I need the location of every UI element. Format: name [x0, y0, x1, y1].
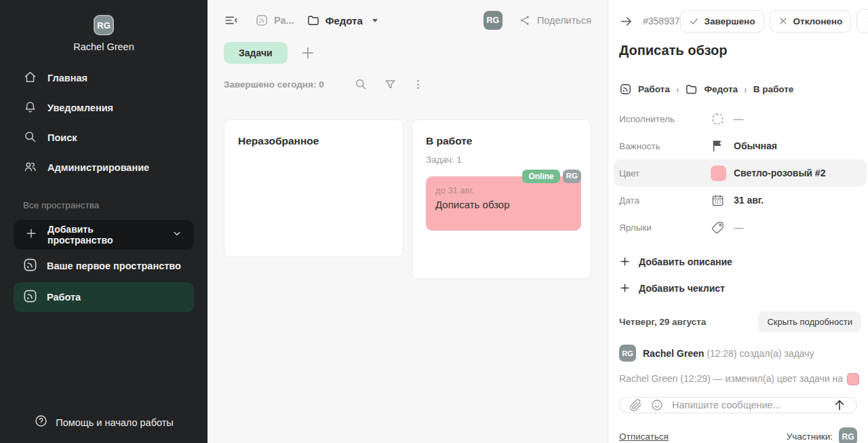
kebab-menu-icon: [412, 78, 425, 91]
folder-icon: [685, 83, 698, 96]
card-badges: Online RG: [522, 170, 581, 183]
field-value: —: [734, 113, 743, 124]
sidebar-item-label: Главная: [47, 73, 87, 83]
breadcrumb-status-label: В работе: [753, 84, 794, 94]
flag-icon: [711, 139, 734, 153]
attach-file-button[interactable]: [629, 399, 642, 412]
field-label: Дата: [619, 195, 711, 206]
field-assignee[interactable]: Исполнитель —: [619, 105, 861, 132]
event-detail: Rachel Green (12:29) — изменил(а) цвет з…: [619, 373, 843, 384]
reject-task-button[interactable]: Отклонено: [770, 10, 852, 33]
share-button[interactable]: Поделиться: [519, 14, 591, 26]
space-icon: [619, 83, 632, 96]
add-description-label: Добавить описание: [639, 256, 732, 267]
activity-event-color-changed: Rachel Green (12:29) — изменил(а) цвет з…: [619, 373, 861, 385]
breadcrumb-space[interactable]: Ра...: [255, 14, 294, 27]
tabs-row: Задачи: [224, 42, 591, 64]
sidebar-item-notifications[interactable]: Уведомления: [0, 93, 208, 123]
field-labels[interactable]: Ярлыки —: [619, 214, 861, 241]
search-tasks-button[interactable]: [354, 77, 368, 91]
event-author-name: Rachel Green: [643, 348, 704, 359]
plus-icon: [619, 282, 631, 294]
completed-today-label: Завершено сегодня: 0: [224, 79, 324, 90]
board-more-button[interactable]: [412, 78, 425, 91]
plus-icon: [300, 45, 316, 61]
folder-name: Федота: [326, 15, 363, 26]
sidebar-item-first-space[interactable]: Ваше первое пространство: [14, 251, 194, 281]
filter-button[interactable]: [384, 78, 397, 91]
task-card[interactable]: Online RG до 31 авг. Дописать обзор: [426, 176, 581, 231]
field-priority[interactable]: Важность Обычная: [619, 132, 861, 159]
app-window: RG Rachel Green Главная Уведомления По: [0, 0, 868, 443]
field-value: 31 авг.: [734, 195, 764, 206]
field-value: —: [734, 222, 743, 233]
field-date[interactable]: Дата 31 авг.: [619, 187, 861, 214]
card-due-date: до 31 авг.: [435, 185, 572, 195]
field-color[interactable]: Цвет Светло-розовый #2: [614, 159, 867, 187]
add-tab-button[interactable]: [300, 45, 316, 61]
home-icon: [23, 70, 37, 87]
sidebar-item-label: Поиск: [47, 132, 77, 143]
user-avatar[interactable]: RG: [484, 11, 502, 30]
message-input[interactable]: [672, 400, 824, 410]
people-icon: [23, 159, 37, 176]
user-name: Rachel Green: [0, 41, 208, 52]
complete-task-button[interactable]: Завершено: [680, 10, 764, 33]
user-block: RG Rachel Green: [0, 15, 208, 52]
task-breadcrumb[interactable]: Работа › Федота › В работе: [619, 83, 861, 96]
task-detail-panel: #358937 Завершено Отклонено Дописать обз…: [608, 0, 868, 443]
activity-day-row: Четверг, 29 августа Скрыть подробности: [619, 311, 861, 332]
search-icon: [354, 77, 368, 91]
event-color-swatch: [847, 373, 859, 385]
hide-details-button[interactable]: Скрыть подробности: [758, 311, 861, 332]
sidebar-item-home[interactable]: Главная: [0, 63, 208, 93]
column-title: Неразобранное: [238, 135, 393, 147]
bell-icon: [23, 100, 37, 117]
participants: Участники: RG: [787, 427, 857, 443]
calendar-icon: [711, 193, 734, 208]
message-composer: [619, 397, 857, 413]
kanban-column-unsorted[interactable]: Неразобранное: [224, 119, 403, 257]
activity-date-header: Четверг, 29 августа: [619, 317, 706, 327]
space-icon: [22, 257, 38, 275]
event-author-avatar: RG: [619, 345, 636, 362]
field-label: Исполнитель: [619, 114, 711, 124]
task-id: #358937: [643, 16, 680, 26]
field-value: Светло-розовый #2: [734, 168, 825, 178]
collapse-sidebar-button[interactable]: [224, 13, 239, 28]
add-space-button[interactable]: Добавить пространство: [14, 220, 194, 250]
folder-dropdown[interactable]: Федота: [307, 14, 378, 27]
help-link[interactable]: Помощь и начало работы: [0, 414, 208, 431]
kanban-column-inwork[interactable]: В работе Задач: 1 Online RG до 31 авг. Д…: [412, 119, 591, 279]
activity-event-created: RG Rachel Green (12:28) создал(а) задачу: [619, 345, 861, 362]
task-more-button[interactable]: [856, 9, 868, 33]
online-status-badge: Online: [522, 170, 559, 183]
spaces-section-label: Все пространства: [0, 200, 208, 210]
emoji-button[interactable]: [650, 398, 664, 412]
sidebar-item-work-space[interactable]: Работа: [14, 282, 194, 312]
caret-down-icon: [372, 19, 378, 22]
space-icon: [255, 14, 269, 27]
paperclip-icon: [629, 399, 642, 412]
participant-avatar[interactable]: RG: [839, 427, 857, 443]
reject-label: Отклонено: [793, 16, 843, 26]
unsubscribe-link[interactable]: Отписаться: [619, 431, 669, 442]
add-checklist-button[interactable]: Добавить чеклист: [619, 282, 861, 294]
task-title: Дописать обзор: [619, 43, 861, 58]
add-description-button[interactable]: Добавить описание: [619, 256, 861, 267]
user-avatar[interactable]: RG: [94, 15, 114, 35]
breadcrumb-folder-label: Федота: [704, 84, 738, 94]
folder-icon: [307, 14, 320, 27]
send-message-button[interactable]: [832, 398, 847, 412]
tab-tasks[interactable]: Задачи: [224, 42, 288, 64]
event-text: Rachel Green (12:28) создал(а) задачу: [643, 348, 814, 359]
kebab-menu-icon: [863, 15, 868, 27]
sidebar-item-search[interactable]: Поиск: [0, 123, 208, 153]
field-label: Важность: [619, 141, 711, 151]
share-label: Поделиться: [537, 15, 591, 26]
sidebar-item-admin[interactable]: Администрирование: [0, 153, 208, 182]
open-full-button[interactable]: [619, 14, 633, 28]
arrow-up-icon: [832, 398, 847, 412]
tag-icon: [711, 220, 734, 235]
search-icon: [23, 130, 37, 147]
